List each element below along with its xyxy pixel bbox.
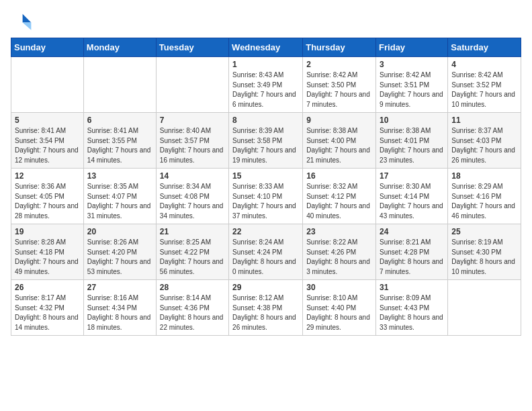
- day-number: 11: [451, 116, 517, 125]
- day-info: Sunrise: 8:10 AM Sunset: 4:40 PM Dayligh…: [306, 293, 372, 332]
- day-info: Sunrise: 8:25 AM Sunset: 4:22 PM Dayligh…: [160, 238, 225, 277]
- day-number: 14: [160, 171, 225, 181]
- calendar-cell: 20Sunrise: 8:26 AM Sunset: 4:20 PM Dayli…: [83, 224, 156, 280]
- calendar-cell: 17Sunrise: 8:30 AM Sunset: 4:14 PM Dayli…: [376, 169, 448, 224]
- day-number: 2: [306, 60, 372, 69]
- day-info: Sunrise: 8:33 AM Sunset: 4:10 PM Dayligh…: [232, 182, 299, 221]
- logo: [11, 11, 35, 32]
- calendar-cell: 19Sunrise: 8:28 AM Sunset: 4:18 PM Dayli…: [11, 224, 84, 280]
- calendar-cell: 25Sunrise: 8:19 AM Sunset: 4:30 PM Dayli…: [448, 224, 521, 280]
- day-info: Sunrise: 8:35 AM Sunset: 4:07 PM Dayligh…: [87, 182, 152, 221]
- calendar-cell: 18Sunrise: 8:29 AM Sunset: 4:16 PM Dayli…: [448, 169, 521, 224]
- day-info: Sunrise: 8:42 AM Sunset: 3:52 PM Dayligh…: [451, 71, 517, 109]
- day-number: 6: [87, 116, 152, 125]
- calendar-cell: 4Sunrise: 8:42 AM Sunset: 3:52 PM Daylig…: [448, 57, 521, 113]
- calendar-week-row: 1Sunrise: 8:43 AM Sunset: 3:49 PM Daylig…: [11, 57, 521, 113]
- day-info: Sunrise: 8:32 AM Sunset: 4:12 PM Dayligh…: [306, 182, 372, 221]
- day-number: 30: [306, 283, 372, 292]
- calendar-cell: [156, 57, 228, 113]
- logo-icon: [11, 11, 32, 32]
- calendar-cell: 5Sunrise: 8:41 AM Sunset: 3:54 PM Daylig…: [11, 113, 84, 169]
- day-info: Sunrise: 8:40 AM Sunset: 3:57 PM Dayligh…: [160, 126, 225, 165]
- day-number: 4: [451, 60, 517, 69]
- calendar-cell: 12Sunrise: 8:36 AM Sunset: 4:05 PM Dayli…: [11, 169, 84, 224]
- calendar-week-row: 26Sunrise: 8:17 AM Sunset: 4:32 PM Dayli…: [11, 280, 521, 336]
- day-info: Sunrise: 8:36 AM Sunset: 4:05 PM Dayligh…: [15, 182, 80, 221]
- day-info: Sunrise: 8:09 AM Sunset: 4:43 PM Dayligh…: [380, 293, 444, 332]
- day-info: Sunrise: 8:24 AM Sunset: 4:24 PM Dayligh…: [232, 238, 299, 277]
- day-number: 27: [87, 283, 152, 292]
- day-info: Sunrise: 8:12 AM Sunset: 4:38 PM Dayligh…: [232, 293, 299, 332]
- day-number: 25: [451, 227, 517, 236]
- calendar-cell: 7Sunrise: 8:40 AM Sunset: 3:57 PM Daylig…: [156, 113, 228, 169]
- calendar-week-row: 19Sunrise: 8:28 AM Sunset: 4:18 PM Dayli…: [11, 224, 521, 280]
- day-number: 29: [232, 283, 299, 292]
- day-info: Sunrise: 8:29 AM Sunset: 4:16 PM Dayligh…: [451, 182, 517, 221]
- calendar-cell: 2Sunrise: 8:42 AM Sunset: 3:50 PM Daylig…: [303, 57, 376, 113]
- calendar-cell: 22Sunrise: 8:24 AM Sunset: 4:24 PM Dayli…: [229, 224, 303, 280]
- day-number: 3: [380, 60, 444, 69]
- day-number: 16: [306, 171, 372, 181]
- weekday-header-row: SundayMondayTuesdayWednesdayThursdayFrid…: [11, 38, 521, 57]
- day-number: 15: [232, 171, 299, 181]
- page-header: [11, 11, 521, 32]
- calendar-week-row: 5Sunrise: 8:41 AM Sunset: 3:54 PM Daylig…: [11, 113, 521, 169]
- day-info: Sunrise: 8:30 AM Sunset: 4:14 PM Dayligh…: [380, 182, 444, 221]
- calendar-cell: 27Sunrise: 8:16 AM Sunset: 4:34 PM Dayli…: [83, 280, 156, 336]
- calendar-cell: [11, 57, 84, 113]
- day-number: 26: [15, 283, 80, 292]
- day-info: Sunrise: 8:17 AM Sunset: 4:32 PM Dayligh…: [15, 293, 80, 332]
- svg-marker-1: [23, 23, 32, 30]
- calendar-cell: 24Sunrise: 8:21 AM Sunset: 4:28 PM Dayli…: [376, 224, 448, 280]
- day-info: Sunrise: 8:42 AM Sunset: 3:50 PM Dayligh…: [306, 71, 372, 109]
- day-info: Sunrise: 8:16 AM Sunset: 4:34 PM Dayligh…: [87, 293, 152, 332]
- day-info: Sunrise: 8:42 AM Sunset: 3:51 PM Dayligh…: [380, 71, 444, 109]
- day-info: Sunrise: 8:14 AM Sunset: 4:36 PM Dayligh…: [160, 293, 225, 332]
- day-info: Sunrise: 8:28 AM Sunset: 4:18 PM Dayligh…: [15, 238, 80, 277]
- weekday-header: Friday: [376, 38, 448, 57]
- calendar-cell: 8Sunrise: 8:39 AM Sunset: 3:58 PM Daylig…: [229, 113, 303, 169]
- day-info: Sunrise: 8:37 AM Sunset: 4:03 PM Dayligh…: [451, 126, 517, 165]
- day-info: Sunrise: 8:38 AM Sunset: 4:00 PM Dayligh…: [306, 126, 372, 165]
- day-number: 7: [160, 116, 225, 125]
- day-number: 17: [380, 171, 444, 181]
- calendar-cell: 29Sunrise: 8:12 AM Sunset: 4:38 PM Dayli…: [229, 280, 303, 336]
- day-number: 21: [160, 227, 225, 236]
- day-number: 13: [87, 171, 152, 181]
- day-number: 20: [87, 227, 152, 236]
- calendar-cell: 3Sunrise: 8:42 AM Sunset: 3:51 PM Daylig…: [376, 57, 448, 113]
- calendar-cell: 21Sunrise: 8:25 AM Sunset: 4:22 PM Dayli…: [156, 224, 228, 280]
- day-info: Sunrise: 8:26 AM Sunset: 4:20 PM Dayligh…: [87, 238, 152, 277]
- day-number: 9: [306, 116, 372, 125]
- day-info: Sunrise: 8:21 AM Sunset: 4:28 PM Dayligh…: [380, 238, 444, 277]
- calendar-cell: 10Sunrise: 8:38 AM Sunset: 4:01 PM Dayli…: [376, 113, 448, 169]
- day-info: Sunrise: 8:22 AM Sunset: 4:26 PM Dayligh…: [306, 238, 372, 277]
- calendar-table: SundayMondayTuesdayWednesdayThursdayFrid…: [11, 38, 521, 336]
- day-number: 24: [380, 227, 444, 236]
- day-number: 22: [232, 227, 299, 236]
- day-number: 8: [232, 116, 299, 125]
- day-info: Sunrise: 8:43 AM Sunset: 3:49 PM Dayligh…: [232, 71, 299, 109]
- calendar-cell: 9Sunrise: 8:38 AM Sunset: 4:00 PM Daylig…: [303, 113, 376, 169]
- day-number: 23: [306, 227, 372, 236]
- calendar-cell: 31Sunrise: 8:09 AM Sunset: 4:43 PM Dayli…: [376, 280, 448, 336]
- day-info: Sunrise: 8:19 AM Sunset: 4:30 PM Dayligh…: [451, 238, 517, 277]
- day-info: Sunrise: 8:38 AM Sunset: 4:01 PM Dayligh…: [380, 126, 444, 165]
- calendar-cell: 6Sunrise: 8:41 AM Sunset: 3:55 PM Daylig…: [83, 113, 156, 169]
- weekday-header: Thursday: [303, 38, 376, 57]
- day-number: 31: [380, 283, 444, 292]
- weekday-header: Tuesday: [156, 38, 228, 57]
- calendar-cell: [83, 57, 156, 113]
- weekday-header: Wednesday: [229, 38, 303, 57]
- calendar-cell: 28Sunrise: 8:14 AM Sunset: 4:36 PM Dayli…: [156, 280, 228, 336]
- day-info: Sunrise: 8:41 AM Sunset: 3:55 PM Dayligh…: [87, 126, 152, 165]
- day-number: 12: [15, 171, 80, 181]
- day-info: Sunrise: 8:39 AM Sunset: 3:58 PM Dayligh…: [232, 126, 299, 165]
- day-number: 10: [380, 116, 444, 125]
- calendar-cell: [448, 280, 521, 336]
- day-info: Sunrise: 8:41 AM Sunset: 3:54 PM Dayligh…: [15, 126, 80, 165]
- day-number: 1: [232, 60, 299, 69]
- day-number: 18: [451, 171, 517, 181]
- calendar-cell: 15Sunrise: 8:33 AM Sunset: 4:10 PM Dayli…: [229, 169, 303, 224]
- day-number: 28: [160, 283, 225, 292]
